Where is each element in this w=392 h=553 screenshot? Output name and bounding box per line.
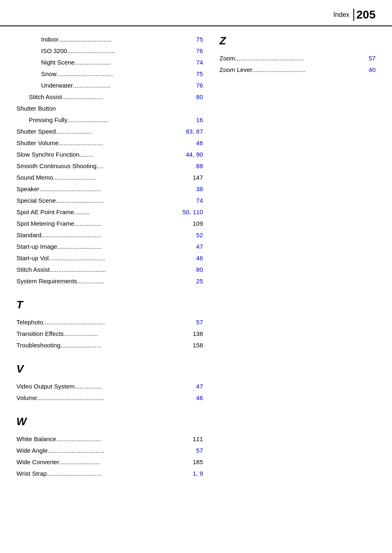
entry-page: 46 bbox=[196, 253, 203, 263]
page-container: Index 205 Indoor .......................… bbox=[0, 0, 392, 553]
list-item: Wrist Strap ............................… bbox=[16, 469, 203, 479]
list-item: Indoor ............................... 7… bbox=[16, 35, 203, 44]
entry-text: Underwater bbox=[41, 81, 73, 90]
page-header: Index 205 bbox=[0, 8, 392, 26]
list-item: Zoom ...................................… bbox=[219, 53, 376, 63]
entry-text: Indoor bbox=[41, 35, 59, 44]
entry-text: Sound Memo bbox=[16, 173, 53, 183]
entry-page: 74 bbox=[196, 196, 203, 206]
section-header-v: V bbox=[16, 363, 203, 375]
entry-text: Telephoto bbox=[16, 317, 43, 327]
entry-page: 76 bbox=[196, 81, 203, 90]
entry-page: 47 bbox=[196, 382, 203, 391]
list-item: Night Scene ..................... 74 bbox=[16, 58, 203, 67]
section-header-z: Z bbox=[219, 35, 376, 47]
entry-text: Standard bbox=[16, 230, 42, 240]
entry-text: Speaker bbox=[16, 184, 39, 194]
entry-page: 83, 87 bbox=[186, 127, 203, 137]
list-item: System Requirements ................ 25 bbox=[16, 276, 203, 286]
list-item: Standard ...............................… bbox=[16, 230, 203, 240]
list-item: Underwater ...................... 76 bbox=[16, 81, 203, 90]
entry-text: Special Scene bbox=[16, 196, 56, 206]
entry-page: 80 bbox=[196, 92, 203, 102]
entry-page: 1, 9 bbox=[193, 469, 203, 479]
entry-text: Stitch Assist bbox=[16, 265, 50, 275]
header-right: Index 205 bbox=[333, 8, 376, 21]
list-item: White Balance ..........................… bbox=[16, 434, 203, 444]
entry-text: Start-up Vol. bbox=[16, 253, 51, 263]
list-item: Snow ................................. 7… bbox=[16, 69, 203, 79]
entry-text: White Balance bbox=[16, 434, 56, 444]
entry-text: Spot Metering Frame bbox=[16, 219, 74, 229]
entry-page: 16 bbox=[196, 115, 203, 125]
list-item: Stitch Assist ..........................… bbox=[16, 265, 203, 275]
header-divider bbox=[353, 9, 354, 21]
entry-text: Smooth Continuous Shooting bbox=[16, 161, 97, 171]
entry-text: Wide Angle bbox=[16, 446, 48, 456]
entry-text: Wide Converter bbox=[16, 457, 59, 467]
entry-text: Spot AE Point Frame bbox=[16, 207, 74, 217]
entry-page: 50, 110 bbox=[182, 207, 203, 217]
entry-text: Shutter Volume bbox=[16, 138, 59, 148]
entry-page: 57 bbox=[196, 446, 203, 456]
entry-page: 46 bbox=[196, 138, 203, 148]
entry-page: 57 bbox=[196, 317, 203, 327]
entry-page: 76 bbox=[196, 46, 203, 56]
list-item: Smooth Continuous Shooting .... 88 bbox=[16, 161, 203, 171]
list-item: Stitch Assist ........................ 8… bbox=[16, 92, 203, 102]
entry-page: 75 bbox=[196, 35, 203, 44]
entry-page: 74 bbox=[196, 58, 203, 67]
entry-page: 147 bbox=[193, 173, 203, 183]
list-item: Spot AE Point Frame ......... 50, 110 bbox=[16, 207, 203, 217]
list-item: Zoom Lever .............................… bbox=[219, 65, 376, 75]
list-item: Shutter Speed ..................... 83, … bbox=[16, 127, 203, 137]
entry-page: 158 bbox=[193, 340, 203, 350]
entry-page: 47 bbox=[196, 242, 203, 252]
list-item: Slow Synchro Function ........ 44, 90 bbox=[16, 150, 203, 160]
section-header-w: W bbox=[16, 415, 203, 428]
list-item: Troubleshooting ........................… bbox=[16, 340, 203, 350]
content-area: Indoor ............................... 7… bbox=[0, 35, 392, 480]
entry-page: 111 bbox=[193, 434, 203, 444]
section-header-t: T bbox=[16, 298, 203, 311]
entry-text: Wrist Strap bbox=[16, 469, 47, 479]
entry-text: Snow bbox=[41, 69, 57, 79]
entry-text: Start-up Image bbox=[16, 242, 57, 252]
entry-text: Shutter Speed bbox=[16, 127, 56, 137]
list-item: Shutter Button bbox=[16, 104, 203, 113]
entry-text: System Requirements bbox=[16, 276, 77, 286]
entry-text: Pressing Fully bbox=[29, 115, 67, 125]
index-label: Index bbox=[333, 11, 349, 19]
entry-page: 75 bbox=[196, 69, 203, 79]
entry-page: 52 bbox=[196, 230, 203, 240]
entry-text: Night Scene bbox=[41, 58, 75, 67]
list-item: Start-up Vol. ..........................… bbox=[16, 253, 203, 263]
list-item: Telephoto ..............................… bbox=[16, 317, 203, 327]
left-column: Indoor ............................... 7… bbox=[16, 35, 203, 480]
list-item: Wide Angle .............................… bbox=[16, 446, 203, 456]
entry-text: Volume bbox=[16, 393, 37, 403]
entry-text: ISO 3200 bbox=[41, 46, 67, 56]
entry-page: 109 bbox=[193, 219, 203, 229]
entry-text: Stitch Assist bbox=[29, 92, 62, 102]
entry-page: 44, 90 bbox=[186, 150, 203, 160]
entry-text: Slow Synchro Function bbox=[16, 150, 79, 160]
entry-text: Video Output System bbox=[16, 382, 74, 391]
entry-page: 185 bbox=[193, 457, 203, 467]
list-item: ISO 3200 ............................ 76 bbox=[16, 46, 203, 56]
right-column: Z Zoom .................................… bbox=[219, 35, 376, 480]
page-number: 205 bbox=[356, 8, 376, 21]
list-item: Transition Effects .................... … bbox=[16, 329, 203, 339]
list-item: Shutter Volume .........................… bbox=[16, 138, 203, 148]
entry-page: 38 bbox=[196, 184, 203, 194]
list-item: Pressing Fully ........................ … bbox=[16, 115, 203, 125]
entry-text: Zoom bbox=[219, 53, 235, 63]
entry-page: 57 bbox=[369, 53, 376, 63]
entry-text: Shutter Button bbox=[16, 104, 56, 113]
list-item: Sound Memo ......................... 147 bbox=[16, 173, 203, 183]
entry-text: Transition Effects bbox=[16, 329, 64, 339]
list-item: Video Output System ................ 47 bbox=[16, 382, 203, 391]
list-item: Start-up Image .........................… bbox=[16, 242, 203, 252]
list-item: Volume .................................… bbox=[16, 393, 203, 403]
list-item: Wide Converter ........................ … bbox=[16, 457, 203, 467]
